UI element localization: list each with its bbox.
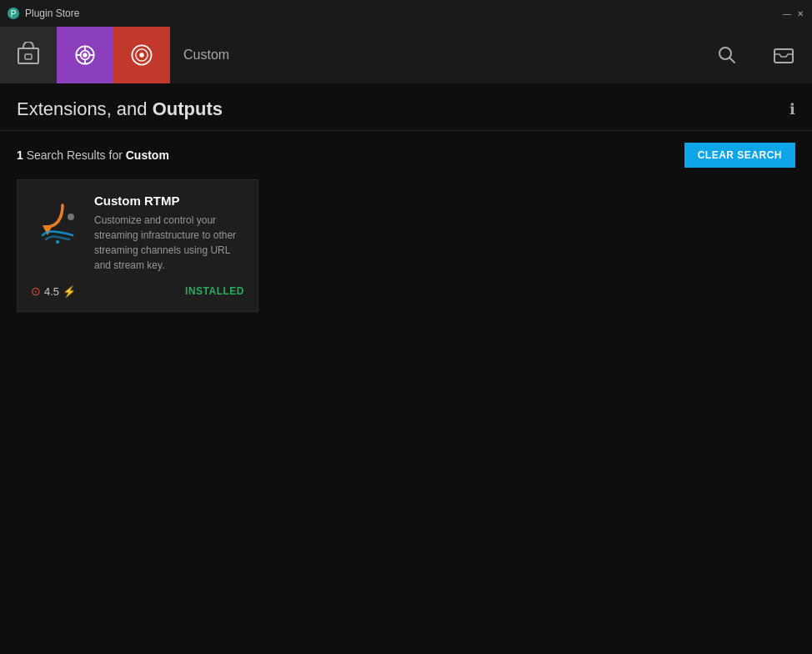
svg-point-14 — [56, 240, 59, 244]
inbox-button[interactable] — [755, 27, 812, 83]
tab-extensions[interactable] — [57, 27, 113, 83]
search-bar — [170, 27, 699, 83]
svg-rect-2 — [18, 48, 38, 63]
installed-badge: INSTALLED — [185, 285, 244, 297]
search-icon — [717, 45, 737, 65]
titlebar: P Plugin Store — ✕ — [0, 0, 812, 27]
svg-point-6 — [83, 53, 87, 57]
store-icon — [15, 42, 42, 68]
plugin-info: Custom RTMP Customize and control your s… — [94, 194, 244, 273]
svg-rect-3 — [25, 54, 32, 59]
titlebar-title: Plugin Store — [25, 8, 777, 19]
extensions-icon — [72, 42, 98, 68]
svg-point-9 — [139, 53, 143, 57]
plugin-icon-custom-rtmp — [31, 194, 84, 247]
info-icon[interactable]: ℹ — [789, 100, 795, 118]
results-count-text: 1 Search Results for Custom — [17, 148, 169, 162]
plugin-footer: ⊙ 4.5 ⚡ INSTALLED — [31, 284, 244, 298]
window-controls: — ✕ — [782, 8, 805, 18]
tab-store[interactable] — [0, 27, 57, 83]
app-icon: P — [7, 7, 20, 20]
svg-point-13 — [68, 214, 74, 220]
close-button[interactable]: ✕ — [795, 8, 805, 18]
plugin-grid: Custom RTMP Customize and control your s… — [0, 179, 812, 312]
minimize-button[interactable]: — — [782, 8, 792, 18]
rating-icon: ⊙ — [31, 284, 41, 298]
plugin-description: Customize and control your streaming inf… — [94, 213, 244, 273]
clear-search-button[interactable]: CLEAR SEARCH — [684, 143, 795, 168]
plugin-name: Custom RTMP — [94, 194, 244, 208]
top-nav — [0, 27, 812, 83]
plugin-card-custom-rtmp[interactable]: Custom RTMP Customize and control your s… — [17, 179, 258, 312]
search-button[interactable] — [699, 27, 755, 83]
plugin-rating: ⊙ 4.5 ⚡ — [31, 284, 76, 298]
results-bar: 1 Search Results for Custom CLEAR SEARCH — [0, 131, 812, 179]
svg-rect-11 — [774, 49, 793, 63]
page-header: Extensions, and Outputs ℹ — [0, 83, 812, 131]
search-input[interactable] — [183, 48, 685, 63]
plugin-card-top: Custom RTMP Customize and control your s… — [31, 194, 244, 273]
outputs-icon — [128, 42, 155, 68]
tab-outputs[interactable] — [113, 27, 170, 83]
svg-text:P: P — [11, 9, 17, 18]
lightning-icon: ⚡ — [63, 285, 76, 298]
inbox-icon — [773, 44, 794, 66]
page-title: Extensions, and Outputs — [17, 98, 223, 120]
rating-value: 4.5 — [44, 285, 59, 298]
